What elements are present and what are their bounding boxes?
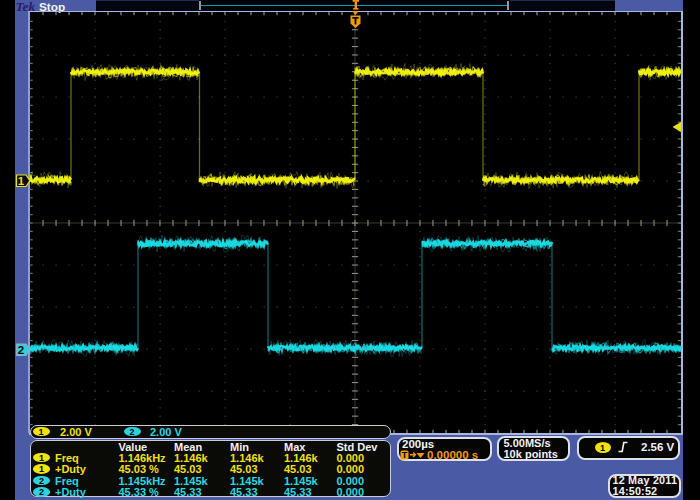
svg-text:T: T: [401, 450, 407, 460]
svg-text:1: 1: [18, 175, 25, 187]
svg-text:2: 2: [18, 344, 24, 356]
